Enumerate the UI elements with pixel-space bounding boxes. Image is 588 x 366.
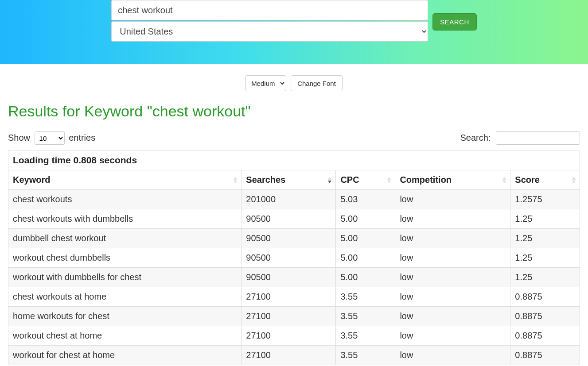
cell-score: 0.8875	[510, 326, 580, 346]
country-select[interactable]: United States	[111, 21, 428, 42]
show-entries-label-before: Show	[8, 133, 30, 143]
cell-keyword: workout with dumbbells for chest	[8, 268, 241, 287]
cell-score: 1.25	[510, 268, 580, 287]
table-search-control: Search:	[460, 131, 580, 145]
sort-icon	[387, 177, 391, 184]
loading-time-row: Loading time 0.808 seconds	[8, 150, 580, 170]
svg-marker-2	[328, 177, 331, 180]
cell-score: 1.2575	[510, 190, 580, 209]
svg-marker-0	[234, 177, 237, 180]
table-row: dumbbell chest workout905005.00low1.25	[8, 229, 580, 248]
cell-competition: low	[395, 307, 510, 326]
font-size-select[interactable]: Medium	[245, 75, 286, 91]
cell-keyword: workout chest dumbbells	[8, 248, 241, 268]
table-search-input[interactable]	[496, 131, 580, 145]
column-header-label: Keyword	[13, 175, 50, 185]
table-row: workout with dumbbells for chest905005.0…	[8, 268, 580, 287]
column-header[interactable]: Score	[510, 170, 580, 190]
cell-keyword: chest workouts at home	[8, 287, 241, 307]
cell-keyword: home workouts for chest	[8, 307, 241, 326]
cell-searches: 90500	[241, 229, 336, 248]
table-row: chest workouts at home271003.55low0.8875	[8, 287, 580, 307]
svg-marker-6	[502, 177, 506, 180]
cell-searches: 90500	[241, 248, 336, 268]
cell-cpc: 3.55	[336, 287, 395, 307]
svg-marker-8	[572, 177, 576, 180]
cell-keyword: chest workouts	[8, 190, 241, 209]
cell-keyword: chest workouts with dumbbells	[8, 209, 241, 229]
hero-search-panel: United States SEARCH	[0, 0, 588, 64]
sort-icon	[233, 177, 238, 184]
entries-per-page-select[interactable]: 10	[35, 131, 65, 145]
sort-icon	[572, 177, 576, 184]
cell-competition: low	[395, 229, 510, 248]
cell-keyword: workout chest at home	[8, 326, 241, 346]
keyword-input[interactable]	[111, 0, 428, 20]
table-search-label: Search:	[460, 133, 491, 143]
table-row: workout chest at home271003.55low0.8875	[8, 326, 580, 346]
cell-searches: 27100	[241, 287, 336, 307]
column-header[interactable]: CPC	[336, 170, 395, 190]
svg-marker-3	[328, 181, 331, 183]
cell-competition: low	[395, 326, 510, 346]
cell-score: 0.8875	[510, 346, 580, 365]
cell-searches: 27100	[241, 326, 336, 346]
column-header[interactable]: Keyword	[8, 170, 241, 190]
cell-searches: 27100	[241, 307, 336, 326]
svg-marker-4	[387, 177, 391, 180]
column-header-label: Score	[515, 175, 540, 185]
table-header-row: KeywordSearchesCPCCompetitionScore	[8, 170, 580, 190]
column-header-label: Competition	[400, 175, 452, 185]
column-header-label: CPC	[340, 175, 359, 185]
column-header[interactable]: Competition	[395, 170, 510, 190]
sort-icon	[502, 177, 506, 184]
table-row: chest workouts with dumbbells905005.00lo…	[8, 209, 580, 229]
cell-searches: 90500	[241, 209, 336, 229]
cell-competition: low	[395, 248, 510, 268]
results-content: Results for Keyword "chest workout" Show…	[0, 103, 588, 366]
cell-searches: 90500	[241, 268, 336, 287]
show-entries-label-after: entries	[69, 133, 95, 143]
change-font-button[interactable]: Change Font	[291, 75, 343, 91]
search-inputs-column: United States	[111, 0, 428, 42]
cell-cpc: 3.55	[336, 346, 395, 365]
cell-cpc: 3.55	[336, 307, 395, 326]
search-button[interactable]: SEARCH	[432, 13, 477, 31]
cell-cpc: 5.03	[336, 190, 395, 209]
cell-searches: 27100	[241, 346, 336, 365]
results-table: Loading time 0.808 seconds KeywordSearch…	[8, 150, 580, 365]
cell-keyword: dumbbell chest workout	[8, 229, 241, 248]
results-heading: Results for Keyword "chest workout"	[8, 103, 580, 120]
cell-cpc: 5.00	[336, 209, 395, 229]
svg-marker-9	[572, 181, 576, 183]
cell-cpc: 3.55	[336, 326, 395, 346]
column-header[interactable]: Searches	[241, 170, 336, 190]
show-entries-control: Show 10 entries	[8, 131, 95, 145]
table-row: home workouts for chest271003.55low0.887…	[8, 307, 580, 326]
svg-marker-5	[387, 181, 391, 183]
search-row: United States SEARCH	[0, 0, 588, 42]
table-row: workout chest dumbbells905005.00low1.25	[8, 248, 580, 268]
cell-cpc: 5.00	[336, 248, 395, 268]
cell-score: 0.8875	[510, 307, 580, 326]
cell-cpc: 5.00	[336, 229, 395, 248]
cell-cpc: 5.00	[336, 268, 395, 287]
font-controls-row: Medium Change Font	[0, 64, 588, 99]
cell-searches: 201000	[241, 190, 336, 209]
cell-competition: low	[395, 287, 510, 307]
table-controls-row: Show 10 entries Search:	[8, 131, 580, 145]
cell-competition: low	[395, 209, 510, 229]
cell-score: 1.25	[510, 248, 580, 268]
cell-score: 1.25	[510, 229, 580, 248]
cell-score: 0.8875	[510, 287, 580, 307]
table-row: chest workouts2010005.03low1.2575	[8, 190, 580, 209]
cell-keyword: workout for chest at home	[8, 346, 241, 365]
table-row: workout for chest at home271003.55low0.8…	[8, 346, 580, 365]
table-body: chest workouts2010005.03low1.2575chest w…	[8, 190, 580, 365]
cell-score: 1.25	[510, 209, 580, 229]
svg-marker-7	[502, 181, 506, 183]
loading-time-text: Loading time 0.808 seconds	[8, 150, 580, 170]
svg-marker-1	[234, 181, 237, 183]
cell-competition: low	[395, 268, 510, 287]
cell-competition: low	[395, 190, 510, 209]
